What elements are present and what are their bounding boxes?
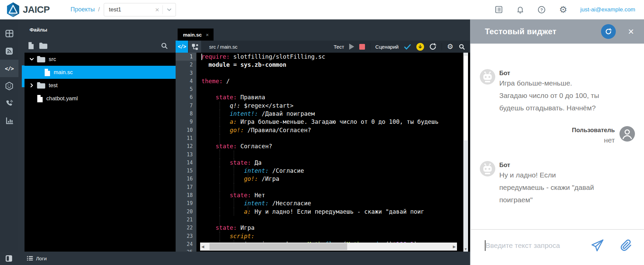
- editor-code[interactable]: require: slotfilling/slotFilling.sc modu…: [196, 53, 465, 252]
- notifications-bell-icon[interactable]: [516, 5, 524, 14]
- tree-item-main.sc[interactable]: main.sc: [25, 66, 176, 79]
- collapse-panel-icon[interactable]: [5, 255, 13, 262]
- user-email[interactable]: just-ai@example.com: [580, 6, 635, 13]
- top-header: JAICP Проекты / test1 ×: [0, 0, 644, 19]
- hscroll-thumb[interactable]: [210, 243, 347, 250]
- code-line-1[interactable]: require: slotfilling/slotFilling.sc: [201, 53, 465, 61]
- tab-main-sc[interactable]: main.sc ×: [178, 29, 214, 41]
- sidebar-item-bot[interactable]: [0, 77, 18, 95]
- files-toolbar: [18, 40, 176, 51]
- code-line-10[interactable]: go!: /Правила/Согласен?: [201, 126, 465, 134]
- settings-gear-icon[interactable]: ⚙: [559, 5, 567, 14]
- sidebar-item-analytics[interactable]: [0, 112, 18, 129]
- dashboard-icon: [5, 29, 14, 38]
- vertical-scrollbar[interactable]: ▼: [463, 53, 468, 252]
- sidebar-item-calls[interactable]: [0, 95, 18, 112]
- sidebar-item-channels[interactable]: [0, 42, 18, 60]
- vscroll-thumb[interactable]: [463, 55, 468, 141]
- editor-gutter: 1234567891011121314151617181920212223242…: [176, 53, 196, 252]
- new-file-icon[interactable]: [28, 42, 34, 50]
- folder-icon: [37, 56, 46, 63]
- sidebar-item-dashboard[interactable]: [0, 25, 18, 42]
- chat-messages: БотИгра больше-меньше.Загадаю число от 0…: [470, 44, 644, 229]
- code-editor: main.sc × </> src / main.sc Тест: [176, 19, 470, 252]
- scroll-left-arrow[interactable]: ◀: [200, 245, 205, 249]
- close-tab-icon[interactable]: ×: [206, 32, 209, 38]
- chevron-down-icon[interactable]: [29, 57, 37, 62]
- graph-icon: [191, 43, 198, 50]
- code-area[interactable]: 1234567891011121314151617181920212223242…: [176, 53, 470, 252]
- code-line-13[interactable]: [201, 151, 465, 159]
- new-folder-icon[interactable]: [39, 42, 48, 49]
- tasks-list-icon[interactable]: [494, 5, 503, 14]
- code-line-5[interactable]: [201, 85, 465, 93]
- code-line-8[interactable]: intent!: /Давай поиграем: [201, 110, 465, 118]
- attach-file-icon[interactable]: [619, 239, 633, 252]
- sidebar-item-code[interactable]: </>: [0, 60, 18, 77]
- chevron-right-icon[interactable]: [29, 83, 37, 88]
- logs-toggle[interactable]: Логи: [27, 256, 47, 261]
- code-line-12[interactable]: state: Согласен?: [201, 142, 465, 150]
- code-line-11[interactable]: [201, 134, 465, 142]
- scroll-down-arrow[interactable]: ▼: [463, 247, 468, 251]
- undo-icon[interactable]: [429, 43, 436, 50]
- calls-icon: [5, 99, 13, 108]
- app-logo[interactable]: JAICP: [6, 2, 50, 17]
- code-line-16[interactable]: go!: /Игра: [201, 175, 465, 183]
- breadcrumb-projects[interactable]: Проекты: [71, 6, 95, 13]
- bot-avatar: [480, 69, 495, 85]
- chevron-down-icon[interactable]: [163, 7, 176, 12]
- code-line-15[interactable]: intent: /Согласие: [201, 167, 465, 175]
- clear-project-icon[interactable]: ×: [152, 6, 163, 13]
- text-cursor: [201, 54, 202, 60]
- restart-test-button[interactable]: [601, 24, 616, 39]
- bottom-bar: Логи: [0, 252, 470, 265]
- deploy-download-icon[interactable]: [416, 43, 424, 51]
- code-line-20[interactable]: a: Ну и ладно! Если передумаешь - скажи …: [201, 208, 465, 216]
- files-search-icon[interactable]: [160, 42, 168, 50]
- editor-settings-gear-icon[interactable]: ⚙: [447, 43, 453, 50]
- visual-graph-button[interactable]: [189, 41, 201, 53]
- chat-text-input[interactable]: [486, 242, 571, 250]
- tree-item-src[interactable]: src: [25, 53, 176, 66]
- code-line-3[interactable]: [201, 69, 465, 77]
- tree-item-label: src: [49, 56, 56, 62]
- message-text-line: Игра больше-меньше.: [499, 77, 599, 89]
- tree-item-chatbot.yaml[interactable]: chatbot.yaml: [25, 92, 176, 105]
- files-panel: Файлы srcmain.sctestchatbot.yaml: [18, 19, 176, 252]
- editor-toolbar: </> src / main.sc Тест Сценарий: [176, 41, 470, 53]
- tree-scroll-indicator[interactable]: [22, 65, 25, 87]
- run-test-icon[interactable]: [349, 44, 354, 50]
- code-line-21[interactable]: [201, 216, 465, 224]
- validate-check-icon[interactable]: [404, 43, 411, 51]
- scroll-right-arrow[interactable]: ▶: [452, 245, 457, 249]
- close-widget-icon[interactable]: ×: [628, 26, 634, 37]
- project-select[interactable]: test1 ×: [104, 3, 176, 16]
- folder-icon: [37, 82, 46, 89]
- jaicp-app: JAICP Проекты / test1 ×: [0, 0, 644, 265]
- test-label: Тест: [334, 44, 344, 50]
- code-line-23[interactable]: script:: [201, 232, 465, 240]
- logs-label: Логи: [36, 256, 47, 261]
- code-line-19[interactable]: intent: /Несогласие: [201, 199, 465, 207]
- message-text-line: нет: [572, 134, 615, 146]
- user-avatar: [619, 126, 635, 142]
- code-view-button[interactable]: </>: [176, 41, 188, 53]
- code-line-2[interactable]: module = sys.zb-common: [201, 61, 465, 69]
- hscroll-track[interactable]: [205, 243, 452, 251]
- tree-item-test[interactable]: test: [25, 79, 176, 92]
- code-line-9[interactable]: a: Игра больше-меньше. Загадаю число от …: [201, 118, 465, 126]
- help-icon[interactable]: ?: [537, 5, 546, 14]
- send-message-icon[interactable]: [590, 238, 604, 253]
- horizontal-scrollbar[interactable]: ◀ ▶: [200, 243, 457, 251]
- code-line-17[interactable]: [201, 183, 465, 191]
- code-line-7[interactable]: q!: $regex</start>: [201, 102, 465, 110]
- stop-test-icon[interactable]: [359, 44, 365, 50]
- code-line-22[interactable]: state: Игра: [201, 224, 465, 232]
- code-line-14[interactable]: state: Да: [201, 159, 465, 167]
- code-line-18[interactable]: state: Нет: [201, 191, 465, 199]
- code-line-4[interactable]: theme: /: [201, 77, 465, 85]
- editor-search-icon[interactable]: [458, 43, 465, 50]
- message-text-line: передумаешь - скажи "давай: [499, 181, 594, 194]
- code-line-6[interactable]: state: Правила: [201, 93, 465, 101]
